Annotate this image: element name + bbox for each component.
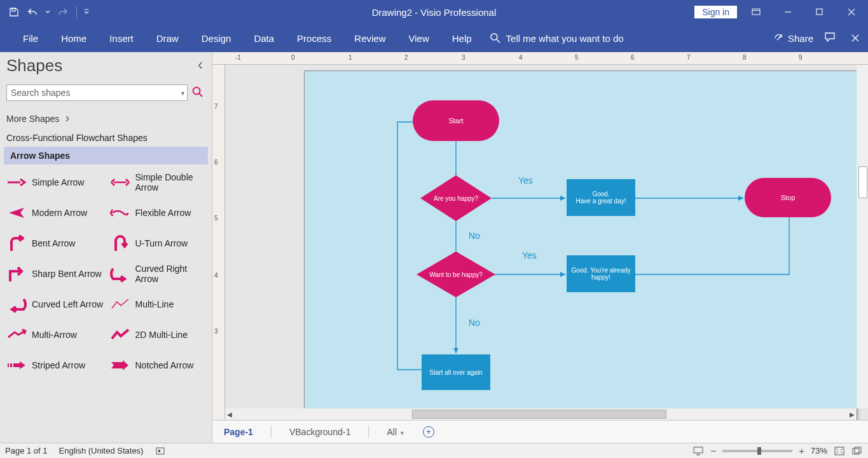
more-shapes-label: More Shapes [6,114,59,124]
svg-rect-10 [158,450,160,452]
presentation-mode-icon[interactable] [692,445,704,457]
share-label: Share [788,33,813,44]
tab-process[interactable]: Process [286,24,343,52]
close-document-icon[interactable] [848,33,863,44]
shape-simple-arrow[interactable]: Simple Arrow [3,168,106,196]
qat-customize-icon[interactable] [83,4,90,20]
tab-data[interactable]: Data [242,24,286,52]
shape-sharp-bent-arrow[interactable]: Sharp Bent Arrow [3,260,106,288]
svg-rect-14 [855,447,861,453]
search-dropdown-icon[interactable]: ▾ [181,90,184,97]
shape-uturn-arrow[interactable]: U-Turn Arrow [106,229,210,257]
tab-insert[interactable]: Insert [98,24,145,52]
shape-flexible-arrow[interactable]: Flexible Arrow [106,199,210,227]
shape-multi-line[interactable]: Multi-Line [106,290,210,318]
title-bar: Drawing2 - Visio Professional Sign in [0,0,868,24]
maximize-icon[interactable] [807,0,832,24]
main: Shapes Search shapes ▾ More Shapes Cross… [0,52,868,443]
zoom-in-button[interactable]: + [799,445,804,456]
node-want-happy[interactable]: Want to be happy? [417,252,495,297]
tab-separator [368,426,369,438]
node-start-over[interactable]: Start all over again [422,354,490,390]
status-page[interactable]: Page 1 of 1 [5,446,48,455]
sign-in-button[interactable]: Sign in [694,6,737,18]
tab-file[interactable]: File [11,24,50,52]
zoom-out-button[interactable]: − [710,445,716,456]
fit-page-icon[interactable] [834,445,845,457]
status-language[interactable]: English (United States) [59,446,144,455]
category-cross-functional[interactable]: Cross-Functional Flowchart Shapes [0,129,212,147]
page-tab-page1[interactable]: Page-1 [224,427,253,437]
svg-rect-13 [853,448,859,454]
tab-help[interactable]: Help [441,24,483,52]
redo-icon[interactable] [55,4,70,20]
shape-simple-double-arrow[interactable]: Simple Double Arrow [106,168,210,196]
page-tabs: Page-1 VBackground-1 All▼ + [212,420,868,443]
shape-notched-arrow[interactable]: Notched Arrow [106,351,210,379]
tab-review[interactable]: Review [343,24,397,52]
search-shapes-input[interactable]: Search shapes ▾ [6,84,188,101]
page-tab-all[interactable]: All▼ [387,427,404,437]
label-yes-1: Yes [518,175,533,185]
minimize-icon[interactable] [775,0,801,24]
qat-separator [76,6,77,18]
tab-draw[interactable]: Draw [145,24,190,52]
shape-striped-arrow[interactable]: Striped Arrow [3,351,106,379]
shape-bent-arrow[interactable]: Bent Arrow [3,229,106,257]
shape-curved-left-arrow[interactable]: Curved Left Arrow [3,290,106,318]
horizontal-scrollbar[interactable]: ◀ ▶ [225,408,857,420]
shape-modern-arrow[interactable]: Modern Arrow [3,199,106,227]
node-stop[interactable]: Stop [745,178,831,217]
tab-design[interactable]: Design [190,24,243,52]
shape-multi-arrow[interactable]: Multi-Arrow [3,321,106,349]
node-are-you-happy[interactable]: Are you happy? [420,175,492,221]
canvas[interactable]: Start Are you happy? Yes No Good. Have a… [225,65,868,420]
node-already-happy[interactable]: Good. You're already happy! [567,255,635,292]
shape-curved-right-arrow[interactable]: Curved Right Arrow [106,260,210,288]
document-title: Drawing2 - Visio Professional [372,7,497,18]
add-page-button[interactable]: + [423,426,434,438]
svg-rect-11 [694,447,703,453]
tell-me[interactable]: Tell me what you want to do [490,32,624,44]
status-bar: Page 1 of 1 English (United States) − + … [0,443,868,458]
tab-separator [271,426,272,438]
search-icon[interactable] [191,86,205,100]
svg-rect-6 [10,363,12,367]
node-start[interactable]: Start [413,100,499,141]
undo-icon[interactable] [25,4,41,20]
ribbon: File Home Insert Draw Design Data Proces… [0,24,868,52]
shapes-pane: Shapes Search shapes ▾ More Shapes Cross… [0,52,212,443]
shape-2d-multi-line[interactable]: 2D Multi-Line [106,321,210,349]
save-icon[interactable] [6,4,22,20]
close-icon[interactable] [839,0,864,24]
tab-home[interactable]: Home [50,24,98,52]
chevron-right-icon [65,116,69,122]
comments-icon[interactable] [825,32,836,44]
label-yes-2: Yes [522,250,537,260]
svg-point-4 [193,88,200,95]
more-shapes[interactable]: More Shapes [0,105,212,129]
ruler-horizontal[interactable]: -1 0 1 2 3 4 5 6 7 8 9 [212,52,868,65]
collapse-pane-icon[interactable] [194,58,207,74]
connectors [305,71,858,420]
page-tab-vbackground[interactable]: VBackground-1 [289,427,351,437]
canvas-area: -1 0 1 2 3 4 5 6 7 8 9 7 6 5 4 3 [212,52,868,443]
switch-windows-icon[interactable] [851,445,863,457]
category-arrow-shapes[interactable]: Arrow Shapes [4,147,208,165]
ribbon-display-options-icon[interactable] [743,0,769,24]
zoom-slider[interactable] [722,450,792,452]
vertical-scrollbar[interactable] [857,65,868,408]
svg-rect-12 [835,447,844,455]
ruler-vertical[interactable]: 7 6 5 4 3 [212,65,225,420]
macro-recorder-icon[interactable] [155,445,166,457]
title-bar-right: Sign in [694,0,868,24]
zoom-level[interactable]: 73% [811,446,827,455]
share-button[interactable]: Share [774,33,813,44]
search-icon [490,32,501,44]
drawing-page[interactable]: Start Are you happy? Yes No Good. Have a… [304,71,857,420]
tab-view[interactable]: View [397,24,440,52]
svg-rect-0 [12,9,15,11]
undo-dropdown-icon[interactable] [45,4,51,20]
shapes-grid: Simple Arrow Simple Double Arrow Modern … [0,165,212,383]
node-good-day[interactable]: Good. Have a great day! [567,179,635,216]
